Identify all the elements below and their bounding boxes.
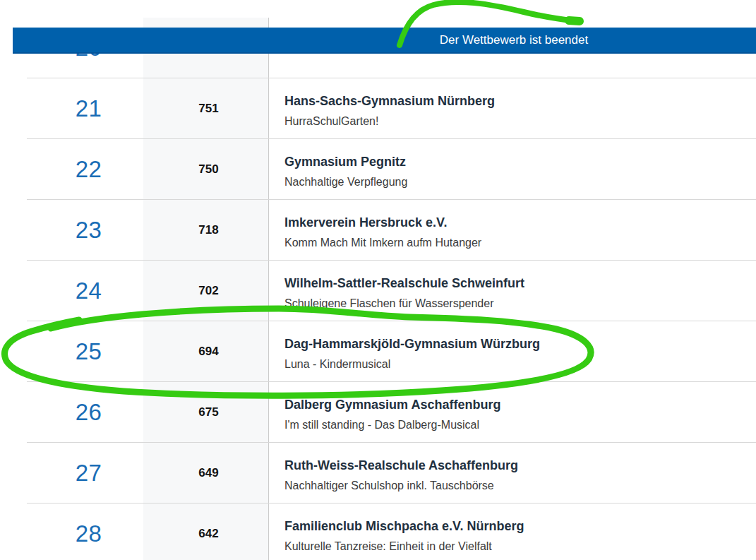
project-title: Nachhaltige Verpflegung xyxy=(284,175,748,189)
table-row: 25 694 Dag-Hammarskjöld-Gymnasium Würzbu… xyxy=(8,321,756,382)
table-row: 23 718 Imkerverein Hersbruck e.V. Komm M… xyxy=(8,200,756,261)
project-title: Nachhaltiger Schulshop inkl. Tauschbörse xyxy=(284,479,748,492)
points-cell: 751 xyxy=(143,78,268,139)
school-cell: Hans-Sachs-Gymnasium Nürnberg HurraSchul… xyxy=(268,78,756,139)
table-row: 22 750 Gymnasium Pegnitz Nachhaltige Ver… xyxy=(8,139,756,200)
school-cell: Dalberg Gymnasium Aschaffenburg I'm stil… xyxy=(268,382,756,443)
points-cell: 702 xyxy=(143,261,268,321)
ranking-table: 20 Bienen-AG 21 751 Hans-Sachs-Gymnasium… xyxy=(8,18,756,560)
ranking-page: 20 Bienen-AG 21 751 Hans-Sachs-Gymnasium… xyxy=(0,0,756,560)
table-row: 26 675 Dalberg Gymnasium Aschaffenburg I… xyxy=(8,382,756,443)
rank-cell: 28 xyxy=(8,504,143,560)
rank-cell: 26 xyxy=(8,382,143,443)
school-name: Gymnasium Pegnitz xyxy=(284,155,748,169)
project-title: Schuleigene Flaschen für Wasserspender xyxy=(284,297,748,310)
project-title: HurraSchulGarten! xyxy=(284,114,748,128)
school-name: Familienclub Mischpacha e.V. Nürnberg xyxy=(284,519,748,533)
rank-cell: 25 xyxy=(8,321,143,382)
points-cell: 675 xyxy=(143,382,268,443)
school-cell: Familienclub Mischpacha e.V. Nürnberg Ku… xyxy=(268,504,756,560)
rank-cell: 24 xyxy=(8,261,143,321)
table-row: 24 702 Wilhelm-Sattler-Realschule Schwei… xyxy=(8,261,756,321)
points-cell: 694 xyxy=(143,321,268,382)
project-title: Kulturelle Tanzreise: Einheit in der Vie… xyxy=(284,540,748,553)
points-cell: 642 xyxy=(143,504,268,560)
school-name: Ruth-Weiss-Realschule Aschaffenburg xyxy=(284,458,748,472)
rank-cell: 27 xyxy=(8,443,143,504)
school-cell: Ruth-Weiss-Realschule Aschaffenburg Nach… xyxy=(268,443,756,504)
competition-ended-banner: Der Wettbewerb ist beendet xyxy=(13,28,756,54)
project-title: I'm still standing - Das Dalberg-Musical xyxy=(284,418,748,431)
points-cell: 649 xyxy=(143,443,268,504)
school-name: Dalberg Gymnasium Aschaffenburg xyxy=(284,398,748,412)
school-cell: Dag-Hammarskjöld-Gymnasium Würzburg Luna… xyxy=(268,321,756,382)
table-row: 28 642 Familienclub Mischpacha e.V. Nürn… xyxy=(8,504,756,560)
school-name: Dag-Hammarskjöld-Gymnasium Würzburg xyxy=(284,337,748,351)
school-cell: Imkerverein Hersbruck e.V. Komm Mach Mit… xyxy=(268,200,756,261)
rank-cell: 23 xyxy=(8,200,143,261)
rank-cell: 22 xyxy=(8,139,143,200)
school-cell: Gymnasium Pegnitz Nachhaltige Verpflegun… xyxy=(268,139,756,200)
school-name: Imkerverein Hersbruck e.V. xyxy=(284,215,748,230)
table-row: 21 751 Hans-Sachs-Gymnasium Nürnberg Hur… xyxy=(8,78,756,139)
school-cell: Wilhelm-Sattler-Realschule Schweinfurt S… xyxy=(268,261,756,321)
project-title: Luna - Kindermusical xyxy=(284,357,748,371)
school-name: Hans-Sachs-Gymnasium Nürnberg xyxy=(284,94,748,108)
points-cell: 718 xyxy=(143,200,268,261)
rank-cell: 21 xyxy=(8,78,143,139)
school-name: Wilhelm-Sattler-Realschule Schweinfurt xyxy=(284,276,748,290)
project-title: Komm Mach Mit Imkern aufm Hutanger xyxy=(284,236,748,249)
table-row: 27 649 Ruth-Weiss-Realschule Aschaffenbu… xyxy=(8,443,756,504)
points-cell: 750 xyxy=(143,139,268,200)
competition-ended-text: Der Wettbewerb ist beendet xyxy=(440,33,588,47)
